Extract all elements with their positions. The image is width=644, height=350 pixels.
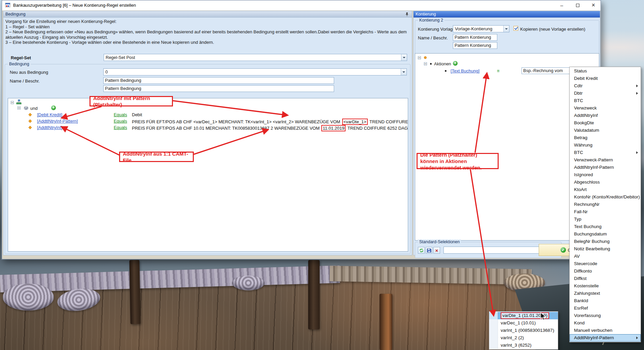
context-menu-item[interactable]: Diffkonto	[570, 267, 641, 275]
menu-item-label: Abgeschloss	[574, 180, 600, 185]
context-menu-item[interactable]: Valutadatum	[570, 127, 641, 134]
menu-item-label: Notiz Bearbeitung	[574, 246, 610, 251]
instructions: Vorgang für die Erstellung einer neuen K…	[5, 19, 410, 45]
menu-item-label: BankId	[574, 298, 588, 303]
save-button[interactable]	[426, 247, 432, 254]
condition-operator-link[interactable]: Equals	[114, 125, 127, 130]
context-menu-item[interactable]: Dbtr	[570, 90, 641, 97]
kontierung-beschr-field[interactable]: Pattern Kontierung	[453, 42, 497, 49]
context-menu-item[interactable]: Kond	[570, 319, 641, 327]
value-segment: PREIS FÜR EFT/POS AB CHF 10.01 MERCHANT:…	[132, 126, 321, 131]
submenu-item-label: varInt_1 (0085830013687)	[501, 328, 554, 333]
context-menu-item[interactable]: Fall-Nr	[570, 208, 641, 216]
context-menu-item[interactable]: EsrRef	[570, 305, 641, 312]
context-menu-item[interactable]: AddtlNtryInf-Pattern	[570, 334, 641, 342]
rope-coil	[232, 276, 264, 290]
name-field[interactable]: Pattern Bedingung	[103, 77, 334, 84]
chevron-down-icon[interactable]	[503, 26, 509, 32]
context-menu-item[interactable]: Text Buchung	[570, 223, 641, 230]
context-menu-item[interactable]: Debit Kredit	[570, 75, 641, 82]
aktionen-label[interactable]: Aktionen	[434, 61, 451, 66]
context-menu-item[interactable]: KtoArt	[570, 186, 641, 193]
context-menu-item[interactable]: AddtlNtryInf-Pattern	[570, 164, 641, 171]
instruction-line: 2 – Neue Bedingung erfassen oder «Neu au…	[5, 29, 410, 40]
submenu-arrow-icon	[636, 92, 638, 95]
regel-set-combobox[interactable]: Regel-Set Post	[104, 54, 407, 61]
pin-icon[interactable]	[405, 12, 409, 17]
condition-field-link[interactable]: [Debit Kredit]	[37, 112, 62, 117]
menu-item-label: Text Buchung	[574, 224, 602, 229]
context-menu-item[interactable]: IsIgnored	[570, 171, 641, 179]
tree-expander-icon[interactable]	[11, 101, 14, 104]
minimize-button[interactable]: –	[554, 0, 570, 10]
context-menu-item[interactable]: BTC	[570, 97, 641, 104]
kopieren-checkbox[interactable]	[513, 26, 518, 31]
delete-button[interactable]: ×	[433, 247, 440, 254]
submenu-item[interactable]: varInt_1 (0085830013687)	[489, 327, 558, 334]
menu-item-label: Verwzweck-Pattern	[574, 157, 613, 162]
condition-field-link[interactable]: [AddtlNtryInf]	[37, 125, 62, 130]
context-menu-item[interactable]: Buchungsdatum	[570, 230, 641, 238]
context-menu-item[interactable]: Diffkst	[570, 275, 641, 282]
menu-item-label: BelegNr Buchung	[574, 239, 610, 244]
context-menu-item[interactable]: Steuercode	[570, 260, 641, 267]
context-menu-item[interactable]: BookgDte	[570, 119, 641, 127]
neu-aus-bedingung-value: 0	[105, 69, 108, 74]
context-menu-item[interactable]: Typ	[570, 216, 641, 223]
submenu-item[interactable]: varInt_3 (6252)	[489, 342, 558, 349]
refresh-button[interactable]	[418, 247, 425, 254]
add-action-icon[interactable]: +	[453, 61, 458, 66]
context-menu-item[interactable]: BTC	[570, 149, 641, 156]
context-menu-item[interactable]: Zahlungstext	[570, 290, 641, 297]
submenu-item[interactable]: varInt_2 (2)	[489, 334, 558, 342]
action-field-link[interactable]: [Text Buchung]	[451, 68, 479, 73]
ok-check-icon: ✓	[561, 247, 566, 253]
context-menu-item[interactable]: Währung	[570, 141, 641, 149]
beschreibung-field[interactable]: Pattern Bedingung	[103, 85, 334, 92]
add-condition-icon[interactable]: +	[51, 105, 56, 110]
menu-item-label: Zahlungstext	[574, 291, 600, 296]
context-menu-item[interactable]: RechnungNr	[570, 201, 641, 208]
menu-item-label: Diffkst	[574, 276, 586, 281]
menu-item-label: Kond	[574, 320, 585, 325]
close-button[interactable]: ×	[585, 0, 601, 10]
menu-item-label: Cdtr	[574, 83, 583, 88]
maximize-button[interactable]	[570, 0, 585, 10]
menu-item-label: Betrag	[574, 135, 587, 140]
context-menu-item[interactable]: Cdtr	[570, 82, 641, 90]
menu-item-label: Manuell verbuchen	[574, 328, 612, 333]
context-menu-item[interactable]: KontoNr (Konto/Kreditor/Debitor)	[570, 193, 641, 201]
neu-aus-bedingung-combobox[interactable]: 0	[103, 68, 407, 75]
tree-operator-label[interactable]: und	[30, 106, 38, 111]
tree-expander-icon[interactable]	[17, 106, 21, 109]
context-menu-item[interactable]: Manuell verbuchen	[570, 327, 641, 334]
condition-operator-link[interactable]: Equals	[114, 119, 127, 124]
context-menu-item[interactable]: BelegNr Buchung	[570, 238, 641, 245]
context-menu-item[interactable]: BankId	[570, 297, 641, 305]
context-menu-item[interactable]: Kostenstelle	[570, 282, 641, 290]
kontierung-name-field[interactable]: Pattern Kontierung	[453, 34, 497, 41]
context-menu-item[interactable]: Abgeschloss	[570, 179, 641, 186]
submenu-arrow-icon	[636, 151, 638, 154]
condition-operator-link[interactable]: Equals	[114, 112, 127, 117]
chevron-down-icon[interactable]	[401, 69, 406, 75]
submenu-item[interactable]: varDec_1 (10.01)	[489, 319, 558, 327]
tree-expander-icon[interactable]	[424, 62, 427, 65]
context-menu-item[interactable]: Verwzweck	[570, 104, 641, 112]
kontierung-vorlage-combobox[interactable]: Vorlage-Kontierung	[453, 25, 509, 32]
context-menu-item[interactable]: AddtlNtryInf	[570, 112, 641, 119]
context-menu-item[interactable]: Vorerfassung	[570, 312, 641, 319]
context-menu-item[interactable]: Betrag	[570, 134, 641, 141]
tree-expander-icon[interactable]	[418, 56, 421, 59]
menu-item-label: KtoArt	[574, 187, 587, 192]
chevron-down-icon[interactable]	[401, 54, 407, 61]
maximize-icon	[576, 4, 579, 7]
submenu-item[interactable]: varDte_1 (11.01.2019)	[489, 312, 558, 319]
menu-item-label: BTC	[574, 98, 583, 103]
context-menu-item[interactable]: Status	[570, 67, 641, 75]
context-menu-item[interactable]: Notiz Bearbeitung	[570, 245, 641, 253]
context-menu-item[interactable]: AV	[570, 253, 641, 260]
titlebar[interactable]: Bankauszugverarbeitung [6] – Neue Kontie…	[2, 0, 601, 10]
condition-field-link[interactable]: [AddtlNtryInf-Pattern]	[37, 119, 78, 124]
context-menu-item[interactable]: Verwzweck-Pattern	[570, 156, 641, 164]
